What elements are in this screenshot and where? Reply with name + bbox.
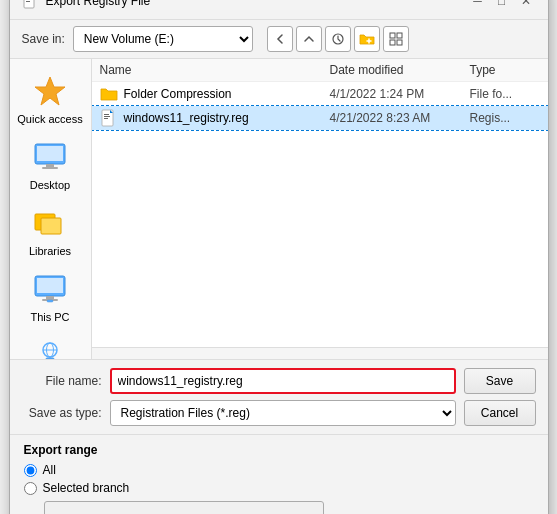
svg-rect-16	[41, 218, 61, 234]
svg-rect-21	[47, 300, 53, 302]
radio-branch-row: Selected branch	[24, 481, 534, 495]
svg-rect-6	[390, 33, 395, 38]
file-date-1: 4/21/2022 8:23 AM	[330, 111, 470, 125]
close-button[interactable]: ✕	[516, 0, 536, 11]
title-bar-left: Export Registry File	[22, 0, 151, 9]
file-list: Folder Compression 4/1/2022 1:24 PM File…	[92, 82, 548, 347]
save-in-select[interactable]: New Volume (E:)	[73, 26, 253, 52]
folder-icon	[100, 85, 118, 103]
svg-rect-25	[46, 358, 54, 359]
desktop-icon	[32, 139, 68, 175]
svg-rect-14	[42, 167, 58, 169]
nav-view-button[interactable]	[383, 26, 409, 52]
sidebar-item-desktop[interactable]: Desktop	[13, 133, 87, 197]
file-list-header: Name Date modified Type	[92, 59, 548, 82]
col-name-header: Name	[100, 63, 330, 77]
save-as-type-select[interactable]: Registration Files (*.reg)	[110, 400, 456, 426]
horizontal-scrollbar[interactable]	[92, 347, 548, 359]
libraries-icon	[32, 205, 68, 241]
minimize-button[interactable]: ─	[468, 0, 488, 11]
export-range-section: Export range All Selected branch	[10, 434, 548, 514]
svg-rect-8	[390, 40, 395, 45]
col-type-header: Type	[470, 63, 540, 77]
svg-marker-10	[35, 77, 65, 105]
save-button[interactable]: Save	[464, 368, 536, 394]
svg-rect-9	[397, 40, 402, 45]
radio-all-label[interactable]: All	[43, 463, 56, 477]
title-bar-buttons: ─ □ ✕	[468, 0, 536, 11]
svg-rect-12	[37, 146, 63, 161]
svg-rect-30	[104, 118, 108, 119]
maximize-button[interactable]: □	[492, 0, 512, 11]
sidebar-item-this-pc-label: This PC	[30, 311, 69, 323]
bottom-form: File name: Save Save as type: Registrati…	[10, 359, 548, 434]
radio-selected-branch[interactable]	[24, 482, 37, 495]
svg-rect-19	[46, 296, 54, 299]
file-name-input[interactable]	[110, 368, 456, 394]
svg-rect-29	[104, 116, 110, 117]
nav-buttons	[267, 26, 409, 52]
nav-recent-button[interactable]	[325, 26, 351, 52]
dialog-body: Quick access Desktop	[10, 59, 548, 359]
file-date-0: 4/1/2022 1:24 PM	[330, 87, 470, 101]
sidebar-item-network[interactable]: Network	[13, 331, 87, 359]
nav-new-folder-button[interactable]	[354, 26, 380, 52]
svg-rect-7	[397, 33, 402, 38]
file-type-0: File fo...	[470, 87, 540, 101]
dialog-title: Export Registry File	[46, 0, 151, 8]
quick-access-icon	[32, 73, 68, 109]
file-name-row: File name: Save	[22, 368, 536, 394]
file-area: Name Date modified Type Folder Compressi…	[92, 59, 548, 359]
sidebar-item-libraries[interactable]: Libraries	[13, 199, 87, 263]
toolbar: Save in: New Volume (E:)	[10, 20, 548, 59]
save-as-type-label: Save as type:	[22, 406, 102, 420]
col-date-header: Date modified	[330, 63, 470, 77]
file-type-1: Regis...	[470, 111, 540, 125]
sidebar-item-quick-access-label: Quick access	[17, 113, 82, 125]
radio-branch-label[interactable]: Selected branch	[43, 481, 130, 495]
this-pc-icon	[32, 271, 68, 307]
file-name-label: File name:	[22, 374, 102, 388]
export-registry-dialog: Export Registry File ─ □ ✕ Save in: New …	[9, 0, 549, 514]
file-name-1: windows11_registry.reg	[124, 111, 330, 125]
save-type-row: Save as type: Registration Files (*.reg)…	[22, 400, 536, 426]
radio-all[interactable]	[24, 464, 37, 477]
branch-input[interactable]	[44, 501, 324, 514]
registry-file-icon	[100, 109, 118, 127]
title-bar: Export Registry File ─ □ ✕	[10, 0, 548, 20]
table-row[interactable]: windows11_registry.reg 4/21/2022 8:23 AM…	[92, 106, 548, 130]
sidebar-item-desktop-label: Desktop	[30, 179, 70, 191]
sidebar-item-this-pc[interactable]: This PC	[13, 265, 87, 329]
radio-all-row: All	[24, 463, 534, 477]
nav-up-button[interactable]	[296, 26, 322, 52]
nav-back-button[interactable]	[267, 26, 293, 52]
svg-rect-18	[37, 278, 63, 293]
network-icon	[32, 337, 68, 359]
file-name-0: Folder Compression	[124, 87, 330, 101]
cancel-button[interactable]: Cancel	[464, 400, 536, 426]
table-row[interactable]: Folder Compression 4/1/2022 1:24 PM File…	[92, 82, 548, 106]
svg-rect-3	[26, 1, 30, 2]
save-in-label: Save in:	[22, 32, 65, 46]
svg-rect-13	[46, 164, 54, 167]
sidebar-item-libraries-label: Libraries	[29, 245, 71, 257]
export-range-title: Export range	[24, 443, 534, 457]
sidebar: Quick access Desktop	[10, 59, 92, 359]
sidebar-item-quick-access[interactable]: Quick access	[13, 67, 87, 131]
svg-rect-28	[104, 114, 109, 115]
title-registry-icon	[22, 0, 38, 9]
